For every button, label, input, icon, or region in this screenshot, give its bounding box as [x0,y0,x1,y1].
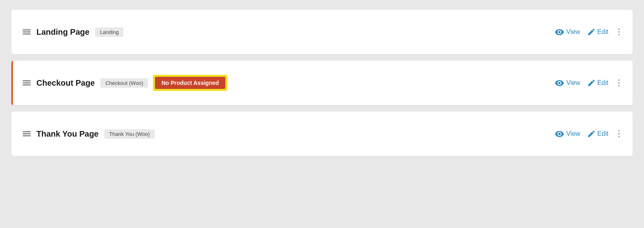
page-title: Checkout Page [36,78,95,88]
edit-button[interactable]: Edit [588,79,608,87]
edit-label: Edit [597,130,608,137]
row-actions: View Edit [555,129,621,139]
eye-icon [555,131,564,137]
view-button[interactable]: View [555,79,580,87]
more-options-button[interactable] [616,27,621,37]
row-actions: View Edit [555,78,621,88]
page-row-thank-you-page: Thank You PageThank You (Woo) View Edit [11,112,633,156]
eye-icon [555,80,564,86]
drag-handle[interactable] [23,131,31,136]
page-row-checkout-page: Checkout PageCheckout (Woo)No Product As… [11,61,633,105]
pencil-icon [588,131,595,137]
view-label: View [566,79,580,87]
page-title: Thank You Page [36,129,99,139]
eye-icon [555,29,564,35]
row-actions: View Edit [555,27,621,37]
edit-label: Edit [597,28,608,36]
edit-button[interactable]: Edit [588,28,608,36]
view-label: View [566,130,580,137]
page-title: Landing Page [36,27,89,37]
edit-button[interactable]: Edit [588,130,608,137]
page-type-badge: Landing [95,27,123,37]
view-button[interactable]: View [555,130,580,137]
view-button[interactable]: View [555,28,580,36]
pencil-icon [588,29,595,35]
more-options-button[interactable] [616,78,621,88]
pencil-icon [588,80,595,86]
page-row-landing-page: Landing PageLanding View Edit [11,10,633,54]
no-product-highlight: No Product Assigned [153,75,227,91]
view-label: View [566,28,580,36]
page-type-badge: Checkout (Woo) [100,78,148,88]
more-options-button[interactable] [616,129,621,139]
drag-handle[interactable] [23,80,31,85]
page-type-badge: Thank You (Woo) [104,129,155,139]
drag-handle[interactable] [23,30,31,34]
edit-label: Edit [597,79,608,87]
no-product-badge: No Product Assigned [155,77,225,89]
